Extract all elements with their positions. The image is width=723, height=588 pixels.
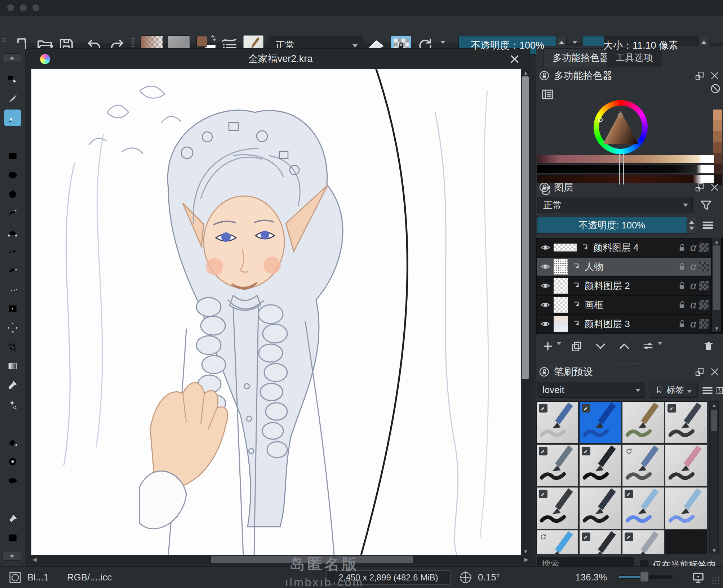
scroll-down-arrow[interactable]: ▼: [523, 549, 528, 554]
tool-dynamic-brush[interactable]: [4, 262, 21, 279]
layer-lock-icon[interactable]: [677, 318, 687, 329]
layer-alpha-icon[interactable]: α: [690, 280, 696, 292]
layer-row-5[interactable]: 颜料图层 3α: [537, 315, 711, 333]
add-layer-caret[interactable]: [557, 345, 561, 352]
scroll-up-arrow[interactable]: ▲: [714, 239, 719, 244]
no-color-icon[interactable]: [710, 83, 721, 94]
tool-gradient[interactable]: [4, 358, 21, 374]
shade-swatch[interactable]: [713, 131, 722, 142]
move-layer-up-button[interactable]: [615, 337, 634, 355]
layer-scroll-thumb[interactable]: [713, 245, 720, 310]
layer-name[interactable]: 颜料图层 2: [585, 280, 677, 292]
layer-blending-mode-dropdown[interactable]: 正常: [537, 197, 693, 213]
tool-crop[interactable]: [4, 339, 21, 355]
layer-visibility-eye-icon[interactable]: [537, 316, 554, 332]
tool-reference-images[interactable]: [4, 511, 21, 527]
size-spinbox[interactable]: 大小：11.10 像素: [583, 36, 709, 55]
layer-name[interactable]: 人物: [585, 260, 677, 273]
tool-fill[interactable]: [4, 434, 21, 451]
layer-alpha-icon[interactable]: α: [690, 318, 696, 330]
shade-strip-1[interactable]: [537, 155, 714, 164]
layer-list-scrollbar[interactable]: ▲ ▼: [712, 238, 721, 332]
layer-name[interactable]: 颜料图层 3: [585, 318, 677, 330]
layer-inherit-alpha-icon[interactable]: [699, 262, 709, 271]
layer-visibility-eye-icon[interactable]: [537, 239, 554, 256]
scroll-up-arrow[interactable]: ▲: [711, 402, 717, 408]
layer-row-3[interactable]: 颜料图层 2α: [537, 277, 711, 295]
tool-rect-select[interactable]: [4, 530, 21, 546]
presets-display-mode-icon[interactable]: [715, 384, 723, 397]
layer-thumbnail[interactable]: [554, 297, 568, 313]
tool-transform[interactable]: [4, 300, 21, 317]
preset-grid-scrollbar[interactable]: ▲ ▼: [709, 401, 719, 554]
tool-multibrush[interactable]: [4, 281, 21, 298]
layer-visibility-eye-icon[interactable]: [537, 277, 554, 294]
shade-swatch[interactable]: [713, 110, 722, 120]
duplicate-layer-button[interactable]: [567, 337, 586, 355]
layer-thumbnail[interactable]: [554, 316, 568, 332]
foreground-color-chip[interactable]: [196, 36, 207, 47]
horizontal-scroll-thumb[interactable]: [211, 556, 413, 563]
layer-inherit-alpha-icon[interactable]: [699, 319, 709, 329]
layer-filter-icon[interactable]: [699, 198, 713, 213]
layer-lock-icon[interactable]: [677, 242, 687, 253]
presets-menu-icon[interactable]: [701, 384, 714, 397]
tool-smart-patch[interactable]: [4, 396, 21, 413]
layer-inherit-alpha-icon[interactable]: [699, 281, 709, 290]
brush-preset-pencil[interactable]: [665, 401, 707, 444]
zoom-slider[interactable]: [619, 575, 673, 579]
tool-line[interactable]: [4, 129, 21, 145]
shade-swatch[interactable]: [713, 120, 722, 131]
document-close-icon[interactable]: [509, 54, 520, 64]
layer-opacity-spin-arrows[interactable]: [687, 217, 696, 233]
brush-preset-charcoal-pencil[interactable]: [579, 487, 621, 529]
fit-to-screen-icon[interactable]: [691, 570, 706, 585]
tool-measure[interactable]: [4, 491, 21, 508]
canvas[interactable]: [31, 69, 521, 555]
docker-lock-icon[interactable]: [539, 70, 550, 81]
layer-name[interactable]: 颜料图层 4: [593, 241, 677, 254]
scroll-down-arrow[interactable]: ▼: [711, 548, 717, 553]
scroll-up-arrow[interactable]: ▲: [523, 70, 528, 75]
scroll-down-arrow[interactable]: ▼: [714, 326, 719, 331]
layer-visibility-eye-icon[interactable]: [537, 258, 554, 275]
document-tab-title[interactable]: 全家福ver2.kra: [31, 49, 529, 69]
brush-preset-eraser[interactable]: [536, 401, 578, 444]
window-close-button[interactable]: [7, 4, 14, 11]
docker-float-icon[interactable]: [694, 182, 705, 193]
toolbox-collapse-down-button[interactable]: [3, 552, 21, 561]
canvas-horizontal-scrollbar[interactable]: ◀ ▶: [31, 555, 530, 564]
layer-lock-icon[interactable]: [677, 280, 687, 291]
tool-move[interactable]: [4, 320, 21, 336]
tool-polygon[interactable]: [4, 186, 21, 202]
layer-row-1[interactable]: 颜料图层 4α: [537, 239, 711, 257]
brush-preset-silver-pencil[interactable]: [622, 530, 664, 554]
tool-enclose-fill[interactable]: [4, 453, 21, 470]
docker-float-icon[interactable]: [694, 366, 705, 377]
layer-alpha-icon[interactable]: α: [690, 299, 696, 311]
canvas-rotation-icon[interactable]: [458, 570, 473, 585]
tool-freehand-path[interactable]: [4, 243, 21, 260]
tool-assistants[interactable]: [4, 472, 21, 489]
layer-properties-caret[interactable]: [658, 345, 662, 352]
docker-lock-icon[interactable]: [539, 366, 550, 377]
docker-lock-icon[interactable]: [539, 182, 550, 193]
brush-preset-round-spray[interactable]: [665, 487, 707, 529]
selection-mode-icon[interactable]: [9, 571, 22, 584]
layer-visibility-eye-icon[interactable]: [537, 297, 554, 313]
tag-filter-dropdown[interactable]: loveit: [537, 382, 645, 398]
selector-shape-menu-icon[interactable]: [540, 87, 555, 102]
scroll-right-arrow[interactable]: ▶: [524, 557, 528, 562]
layer-properties-button[interactable]: [638, 337, 658, 355]
scroll-left-arrow[interactable]: ◀: [32, 557, 37, 562]
canvas-vertical-scrollbar[interactable]: ▲ ▼: [521, 69, 530, 555]
docker-close-icon[interactable]: [709, 366, 720, 377]
tool-bezier-curve[interactable]: [4, 224, 21, 241]
sv-cursor[interactable]: [618, 113, 622, 117]
preset-scroll-thumb[interactable]: [711, 410, 717, 431]
brush-preset-krita-brush[interactable]: [536, 530, 578, 554]
tool-rectangle[interactable]: [4, 148, 21, 164]
swap-colors-icon[interactable]: [209, 35, 217, 43]
window-minimize-button[interactable]: [20, 4, 27, 11]
move-layer-down-button[interactable]: [591, 337, 610, 355]
